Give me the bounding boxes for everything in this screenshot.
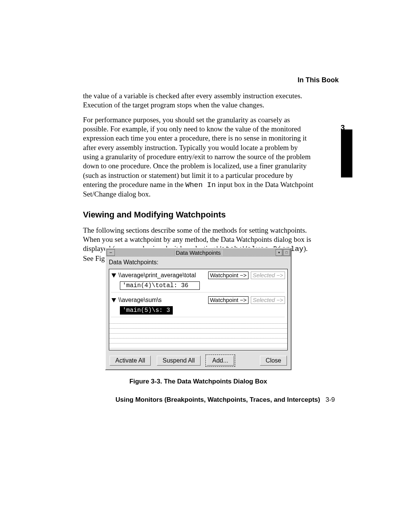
watchpoint-menu-button[interactable]: Watchpoint −> xyxy=(208,272,249,279)
code-inline: When In xyxy=(185,181,216,189)
divider xyxy=(112,317,285,317)
window-title: Data Watchpoints xyxy=(106,249,291,256)
paragraph: For performance purposes, you should set… xyxy=(83,115,315,199)
running-head: In This Book xyxy=(298,76,339,84)
watchpoint-item: \\average\print_average\total Watchpoint… xyxy=(109,269,287,294)
text-run: For performance purposes, you should set… xyxy=(83,116,311,189)
watchpoint-name: \\average\sum\s xyxy=(118,297,206,304)
paragraph: the value of a variable is checked after… xyxy=(83,91,315,110)
page-number: 3-9 xyxy=(325,396,335,403)
watchpoint-name: \\average\print_average\total xyxy=(118,272,206,279)
figure-caption: Figure 3-3. The Data Watchpoints Dialog … xyxy=(105,378,292,385)
window-menu-icon[interactable]: − xyxy=(107,249,115,256)
section-heading: Viewing and Modifying Watchpoints xyxy=(83,209,315,220)
list-empty-area xyxy=(109,319,287,350)
list-label: Data Watchpoints: xyxy=(109,259,288,266)
watchpoint-item: \\average\sum\s Watchpoint −> Selected −… xyxy=(109,294,287,319)
close-button[interactable]: Close xyxy=(260,356,287,366)
watchpoint-list: \\average\print_average\total Watchpoint… xyxy=(109,269,288,350)
activate-all-button[interactable]: Activate All xyxy=(110,356,151,366)
title-bar: − Data Watchpoints ▾ □ xyxy=(106,248,291,257)
dialog-window: − Data Watchpoints ▾ □ Data Watchpoints:… xyxy=(105,248,292,370)
page-footer: Using Monitors (Breakpoints, Watchpoints… xyxy=(83,396,335,404)
selected-menu-button[interactable]: Selected −> xyxy=(251,272,285,279)
add-button[interactable]: Add... xyxy=(207,356,234,366)
watchpoint-menu-button[interactable]: Watchpoint −> xyxy=(208,296,249,304)
expand-icon[interactable] xyxy=(112,273,116,278)
selected-menu-button[interactable]: Selected −> xyxy=(251,296,285,304)
dialog-button-row: Activate All Suspend All Add... Close xyxy=(109,356,288,366)
watchpoint-value[interactable]: 'main(4)\total: 36 xyxy=(120,281,200,290)
suspend-all-button[interactable]: Suspend All xyxy=(157,356,201,366)
chapter-tab-block xyxy=(341,129,352,177)
divider xyxy=(112,292,285,292)
body-text: the value of a variable is checked after… xyxy=(83,91,315,268)
footer-chapter-title: Using Monitors (Breakpoints, Watchpoints… xyxy=(115,396,320,403)
watchpoint-value-selected[interactable]: 'main(5)\s: 3 xyxy=(120,306,173,315)
figure: − Data Watchpoints ▾ □ Data Watchpoints:… xyxy=(105,248,292,385)
expand-icon[interactable] xyxy=(112,298,116,302)
minimize-icon[interactable]: ▾ xyxy=(276,249,282,256)
maximize-icon[interactable]: □ xyxy=(283,249,290,256)
